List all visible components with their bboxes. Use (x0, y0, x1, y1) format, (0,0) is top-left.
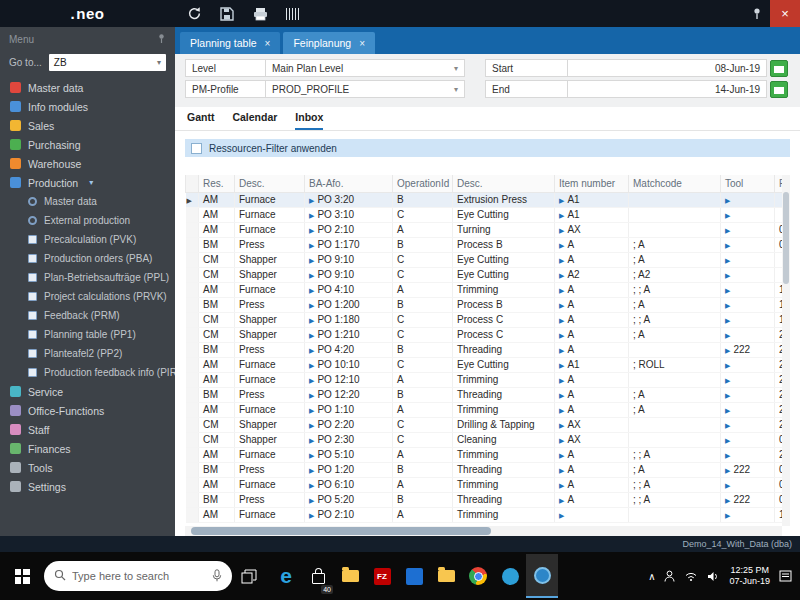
sidebar-item-plan-betriebsauftr-ge-ppl[interactable]: Plan-Betriebsaufträge (PPL) (0, 268, 175, 287)
drilldown-arrow-icon[interactable]: ▶ (725, 212, 730, 219)
taskbar-app-neo-active[interactable] (526, 554, 558, 598)
row-selector[interactable] (186, 372, 199, 387)
table-row[interactable]: CMShapper▶PO 2:20CDrilling & Tapping▶AX▶… (186, 417, 791, 432)
drilldown-arrow-icon[interactable]: ▶ (725, 407, 730, 414)
drilldown-arrow-icon[interactable]: ▶ (559, 227, 564, 234)
taskbar-app-store[interactable]: 40 (302, 554, 334, 598)
drilldown-arrow-icon[interactable]: ▶ (559, 377, 564, 384)
sidebar-item-production[interactable]: Production▾ (0, 173, 175, 192)
drilldown-arrow-icon[interactable]: ▶ (725, 452, 730, 459)
table-row[interactable]: BMPress▶PO 5:20BThreading▶A; ; A▶22205-J (186, 492, 791, 507)
drilldown-arrow-icon[interactable]: ▶ (559, 482, 564, 489)
row-selector[interactable] (186, 402, 199, 417)
row-selector[interactable] (186, 357, 199, 372)
start-button[interactable] (0, 552, 44, 600)
sidebar-item-warehouse[interactable]: Warehouse (0, 154, 175, 173)
close-window-button[interactable]: × (770, 0, 800, 27)
table-row[interactable]: AMFurnace▶PO 1:10ATrimming▶A; A▶27-J (186, 402, 791, 417)
table-row[interactable]: CMShapper▶PO 9:10CEye Cutting▶A2; A2▶ (186, 267, 791, 282)
drilldown-arrow-icon[interactable]: ▶ (559, 197, 564, 204)
taskbar-app-folder-2[interactable] (430, 554, 462, 598)
close-icon[interactable]: × (265, 38, 271, 49)
taskbar-app-blue-1[interactable] (398, 554, 430, 598)
row-selector[interactable] (186, 477, 199, 492)
tray-volume-icon[interactable] (707, 571, 720, 582)
sidebar-pin-icon[interactable] (157, 33, 166, 46)
drilldown-arrow-icon[interactable]: ▶ (725, 302, 730, 309)
column-header-matchcode[interactable]: Matchcode (629, 175, 721, 192)
goto-select[interactable]: ZB ▾ (49, 54, 166, 71)
row-selector[interactable] (186, 327, 199, 342)
drilldown-arrow-icon[interactable]: ▶ (725, 272, 730, 279)
taskbar-app-edge[interactable]: e (270, 554, 302, 598)
drilldown-arrow-icon[interactable]: ▶ (309, 482, 314, 489)
row-selector[interactable] (186, 492, 199, 507)
row-selector[interactable] (186, 252, 199, 267)
sidebar-item-project-calculations-prvk[interactable]: Project calculations (PRVK) (0, 287, 175, 306)
row-selector[interactable] (186, 342, 199, 357)
action-center-icon[interactable] (779, 570, 792, 582)
taskbar-clock[interactable]: 12:25 PM 07-Jun-19 (729, 565, 770, 587)
taskbar-app-blue-2[interactable] (494, 554, 526, 598)
drilldown-arrow-icon[interactable]: ▶ (725, 227, 730, 234)
table-row[interactable]: AMFurnace▶PO 12:10ATrimming▶A▶25-J (186, 372, 791, 387)
table-row[interactable]: CMShapper▶PO 2:30CCleaning▶AX▶02-J (186, 432, 791, 447)
horizontal-scrollbar[interactable] (185, 526, 782, 536)
table-row[interactable]: CMShapper▶PO 1:180CProcess C▶A; ; A▶14-J (186, 312, 791, 327)
row-selector[interactable] (186, 387, 199, 402)
drilldown-arrow-icon[interactable]: ▶ (725, 497, 730, 504)
sidebar-item-settings[interactable]: Settings (0, 477, 175, 496)
row-selector[interactable] (186, 417, 199, 432)
drilldown-arrow-icon[interactable]: ▶ (309, 347, 314, 354)
drilldown-arrow-icon[interactable]: ▶ (559, 392, 564, 399)
refresh-button[interactable] (185, 5, 203, 23)
drilldown-arrow-icon[interactable]: ▶ (559, 407, 564, 414)
pm-profile-select[interactable]: PROD_PROFILE ▾ (265, 80, 465, 98)
start-date-field[interactable]: 08-Jun-19 (567, 59, 767, 77)
sidebar-item-feedback-prm[interactable]: Feedback (PRM) (0, 306, 175, 325)
column-header-ba-afo[interactable]: BA-Afo. (305, 175, 393, 192)
tray-network-icon[interactable] (684, 571, 698, 582)
drilldown-arrow-icon[interactable]: ▶ (725, 347, 730, 354)
calendar-icon[interactable] (770, 60, 788, 77)
drilldown-arrow-icon[interactable]: ▶ (309, 512, 314, 519)
row-selector[interactable] (186, 237, 199, 252)
drilldown-arrow-icon[interactable]: ▶ (309, 497, 314, 504)
row-selector[interactable] (186, 432, 199, 447)
barcode-button[interactable] (284, 5, 302, 23)
search-input[interactable] (72, 570, 194, 582)
sidebar-item-master-data[interactable]: Master data (0, 192, 175, 211)
column-header-tool[interactable]: Tool (721, 175, 775, 192)
end-date-field[interactable]: 14-Jun-19 (567, 80, 767, 98)
drilldown-arrow-icon[interactable]: ▶ (725, 467, 730, 474)
drilldown-arrow-icon[interactable]: ▶ (725, 512, 730, 519)
table-row[interactable]: BMPress▶PO 1:20BThreading▶A; A▶22203-J (186, 462, 791, 477)
drilldown-arrow-icon[interactable]: ▶ (309, 197, 314, 204)
drilldown-arrow-icon[interactable]: ▶ (725, 482, 730, 489)
drilldown-arrow-icon[interactable]: ▶ (559, 452, 564, 459)
table-row[interactable]: AMFurnace▶PO 3:10CEye Cutting▶A1▶ (186, 207, 791, 222)
table-row[interactable]: ▶AMFurnace▶PO 3:20BExtrusion Press▶A1▶ (186, 192, 791, 207)
row-selector[interactable] (186, 507, 199, 522)
calendar-icon[interactable] (770, 81, 788, 98)
drilldown-arrow-icon[interactable]: ▶ (725, 317, 730, 324)
drilldown-arrow-icon[interactable]: ▶ (559, 332, 564, 339)
table-row[interactable]: BMPress▶PO 1:170BProcess B▶A; A▶07-J (186, 237, 791, 252)
drilldown-arrow-icon[interactable]: ▶ (309, 227, 314, 234)
sidebar-item-tools[interactable]: Tools (0, 458, 175, 477)
tab-feinplanung[interactable]: Feinplanung× (283, 32, 375, 54)
row-selector[interactable] (186, 447, 199, 462)
sidebar-item-finances[interactable]: Finances (0, 439, 175, 458)
subtab-inbox[interactable]: Inbox (295, 111, 323, 130)
drilldown-arrow-icon[interactable]: ▶ (559, 242, 564, 249)
drilldown-arrow-icon[interactable]: ▶ (309, 302, 314, 309)
table-row[interactable]: AMFurnace▶PO 2:10ATrimming▶▶17-J (186, 507, 791, 522)
drilldown-arrow-icon[interactable]: ▶ (559, 512, 564, 519)
subtab-calendar[interactable]: Calendar (232, 111, 277, 130)
drilldown-arrow-icon[interactable]: ▶ (559, 497, 564, 504)
drilldown-arrow-icon[interactable]: ▶ (559, 317, 564, 324)
sidebar-item-production-feedback-info-pirm[interactable]: Production feedback info (PIRM) (0, 363, 175, 382)
drilldown-arrow-icon[interactable]: ▶ (725, 242, 730, 249)
drilldown-arrow-icon[interactable]: ▶ (309, 212, 314, 219)
drilldown-arrow-icon[interactable]: ▶ (309, 272, 314, 279)
